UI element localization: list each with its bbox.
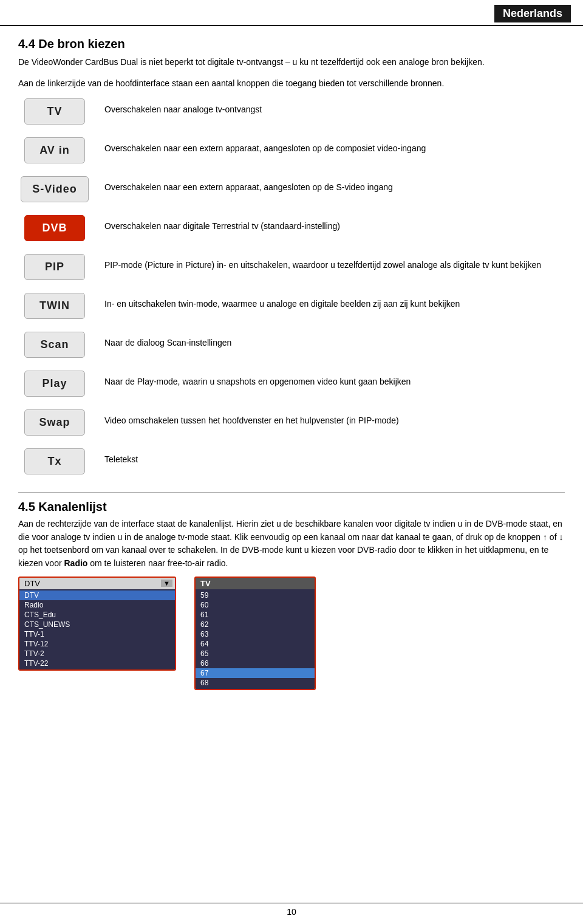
- list-item[interactable]: TTV-12: [19, 639, 175, 649]
- page-footer: 10: [0, 903, 583, 917]
- right-list-body: 59606162636465666768: [196, 589, 315, 689]
- button-rows: TVOverschakelen naar analoge tv-ontvangs…: [18, 98, 565, 481]
- button-row: S-VideoOverschakelen naar een extern app…: [18, 176, 565, 209]
- button-row: PIPPIP-mode (Picture in Picture) in- en …: [18, 254, 565, 287]
- page-number: 10: [287, 907, 296, 917]
- dropdown-label: DTV: [22, 579, 161, 588]
- button-label-play[interactable]: Play: [24, 371, 85, 397]
- button-description: Overschakelen naar digitale Terrestrial …: [104, 215, 340, 233]
- button-description: In- en uitschakelen twin-mode, waarmee u…: [104, 293, 460, 310]
- button-label-pip[interactable]: PIP: [24, 254, 85, 280]
- page-header: Nederlands: [0, 0, 583, 26]
- list-item[interactable]: 61: [196, 610, 315, 620]
- dropdown-row[interactable]: DTV ▼: [19, 578, 175, 589]
- button-image-container: DVB: [18, 215, 91, 241]
- left-list-body: DTVRadioCTS_EduCTS_UNEWSTTV-1TTV-12TTV-2…: [19, 589, 175, 669]
- button-image-container: Scan: [18, 332, 91, 358]
- button-image-container: PIP: [18, 254, 91, 280]
- list-item[interactable]: CTS_UNEWS: [19, 620, 175, 629]
- list-item[interactable]: DTV: [19, 590, 175, 600]
- button-label-swap[interactable]: Swap: [24, 409, 85, 436]
- button-description: Teletekst: [104, 448, 138, 466]
- button-description: Overschakelen naar een extern apparaat, …: [104, 176, 393, 194]
- button-label-twin[interactable]: TWIN: [24, 293, 85, 319]
- screenshots-row: DTV ▼ DTVRadioCTS_EduCTS_UNEWSTTV-1TTV-1…: [18, 577, 565, 690]
- button-image-container: Tx: [18, 448, 91, 474]
- button-row: TxTeletekst: [18, 448, 565, 481]
- list-item[interactable]: 66: [196, 659, 315, 668]
- button-label-tx[interactable]: Tx: [24, 448, 85, 474]
- list-item[interactable]: TTV-2: [19, 649, 175, 659]
- button-description: Video omschakelen tussen het hoofdvenste…: [104, 409, 399, 427]
- section2-body: Aan de rechterzijde van de interface sta…: [18, 518, 565, 570]
- button-image-container: S-Video: [18, 176, 91, 202]
- list-item[interactable]: 67: [196, 668, 315, 678]
- list-item[interactable]: 60: [196, 600, 315, 610]
- button-image-container: Play: [18, 371, 91, 397]
- list-item[interactable]: CTS_Edu: [19, 610, 175, 620]
- button-image-container: Swap: [18, 409, 91, 436]
- button-label-scan[interactable]: Scan: [24, 332, 85, 358]
- button-row: PlayNaar de Play-mode, waarin u snapshot…: [18, 371, 565, 403]
- button-description: Overschakelen naar een extern apparaat, …: [104, 137, 426, 155]
- button-row: SwapVideo omschakelen tussen het hoofdve…: [18, 409, 565, 442]
- button-label-dvb[interactable]: DVB: [24, 215, 85, 241]
- button-label-tv[interactable]: TV: [24, 98, 85, 125]
- arrow-up-icon: ↑: [543, 532, 550, 542]
- button-row: ScanNaar de dialoog Scan-instellingen: [18, 332, 565, 364]
- intro-text-2: Aan de linkerzijde van de hoofdinterface…: [18, 77, 565, 90]
- list-item[interactable]: 64: [196, 639, 315, 649]
- dropdown-arrow-icon[interactable]: ▼: [161, 580, 172, 587]
- language-badge: Nederlands: [494, 5, 571, 22]
- button-description: PIP-mode (Picture in Picture) in- en uit…: [104, 254, 541, 272]
- section2-title: 4.5 Kanalenlijst: [18, 500, 565, 514]
- button-row: AV inOverschakelen naar een extern appar…: [18, 137, 565, 170]
- list-item[interactable]: 65: [196, 649, 315, 659]
- button-row: DVBOverschakelen naar digitale Terrestri…: [18, 215, 565, 248]
- button-label-av-in[interactable]: AV in: [24, 137, 85, 163]
- button-description: Naar de Play-mode, waarin u snapshots en…: [104, 371, 411, 388]
- section1-title: 4.4 De bron kiezen: [18, 37, 565, 51]
- list-item[interactable]: 62: [196, 620, 315, 629]
- right-header: TV: [196, 578, 315, 589]
- button-description: Naar de dialoog Scan-instellingen: [104, 332, 231, 349]
- section2-text3: om te luisteren naar free-to-air radio.: [90, 558, 228, 568]
- button-label-s-video[interactable]: S-Video: [21, 176, 89, 202]
- button-image-container: TV: [18, 98, 91, 125]
- radio-bold: Radio: [64, 558, 90, 568]
- list-item[interactable]: TTV-1: [19, 629, 175, 639]
- button-row: TWINIn- en uitschakelen twin-mode, waarm…: [18, 293, 565, 326]
- button-image-container: AV in: [18, 137, 91, 163]
- screenshot-left: DTV ▼ DTVRadioCTS_EduCTS_UNEWSTTV-1TTV-1…: [18, 577, 176, 671]
- or-text: of: [550, 532, 559, 542]
- list-item[interactable]: 59: [196, 590, 315, 600]
- section2-text1: Aan de rechterzijde van de interface sta…: [18, 519, 562, 542]
- main-content: 4.4 De bron kiezen De VideoWonder CardBu…: [0, 26, 583, 702]
- arrow-down-icon: ↓: [559, 532, 563, 542]
- list-item[interactable]: Radio: [19, 600, 175, 610]
- button-description: Overschakelen naar analoge tv-ontvangst: [104, 98, 262, 116]
- intro-text-1: De VideoWonder CardBus Dual is niet bepe…: [18, 56, 565, 69]
- list-item[interactable]: 63: [196, 629, 315, 639]
- list-item[interactable]: TTV-22: [19, 659, 175, 668]
- button-row: TVOverschakelen naar analoge tv-ontvangs…: [18, 98, 565, 131]
- list-item[interactable]: 68: [196, 678, 315, 688]
- button-image-container: TWIN: [18, 293, 91, 319]
- section-divider: [18, 492, 565, 493]
- screenshot-right: TV 59606162636465666768: [194, 577, 316, 690]
